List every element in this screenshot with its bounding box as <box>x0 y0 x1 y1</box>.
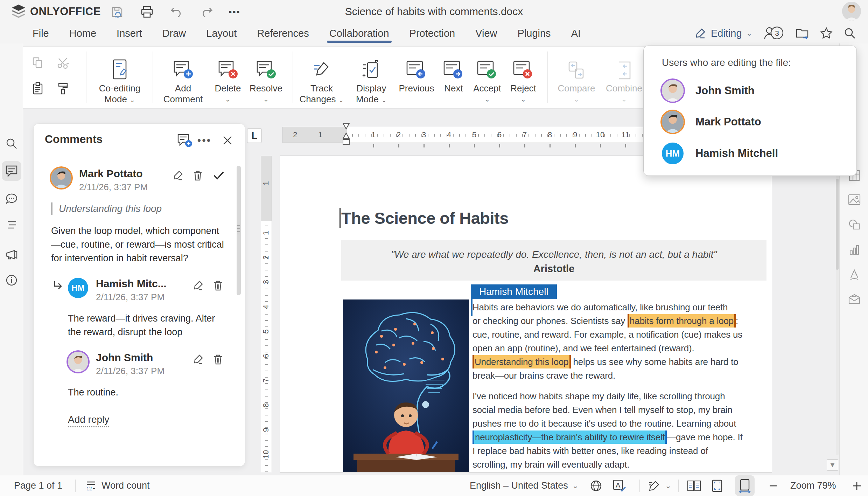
fit-width-button[interactable] <box>735 475 755 496</box>
sidebar-chat-icon[interactable] <box>2 189 21 209</box>
active-users-button[interactable]: 3 <box>763 26 785 41</box>
format-painter-button[interactable] <box>55 80 71 97</box>
tab-insert[interactable]: Insert <box>106 23 152 43</box>
next-change-button[interactable]: Next <box>438 51 469 94</box>
doc-text: —gave me hope. If <box>667 432 742 442</box>
scrollbar-thumb[interactable] <box>836 179 839 270</box>
fit-page-button[interactable] <box>711 475 723 496</box>
print-button[interactable] <box>139 5 155 19</box>
tab-collaboration[interactable]: Collaboration <box>319 23 399 43</box>
current-user-avatar[interactable] <box>842 2 861 21</box>
resolve-comment-check-icon[interactable] <box>213 170 224 181</box>
reject-change-button[interactable]: Reject ⌄ <box>505 51 541 105</box>
add-reply-link[interactable]: Add reply <box>68 414 109 427</box>
tab-stop-selector[interactable]: L <box>247 128 262 143</box>
page-indicator[interactable]: Page 1 of 1 <box>14 475 62 496</box>
coediting-mode-button[interactable]: Co-editing Mode ⌄ <box>90 51 149 105</box>
sidebar-search-icon[interactable] <box>2 134 21 153</box>
display-mode-button[interactable]: Display Mode ⌄ <box>349 51 394 105</box>
vertical-ruler[interactable]: 1 1 2 3 4 5 6 7 8 9 10 <box>261 156 272 472</box>
save-button[interactable] <box>110 5 125 19</box>
sidebar-comments-icon[interactable] <box>2 161 21 181</box>
undo-button[interactable] <box>169 5 184 19</box>
scroll-down-button[interactable]: ▼ <box>827 459 838 471</box>
add-comment-panel-icon[interactable] <box>177 133 192 147</box>
more-actions-button[interactable]: ••• <box>227 5 242 19</box>
brain-illustration-image[interactable] <box>343 299 469 472</box>
user-name: John Smith <box>695 84 755 97</box>
text-art-settings-icon[interactable] <box>848 268 861 281</box>
zoom-out-button[interactable] <box>769 475 778 496</box>
paragraph-2: I've noticed how habits shape my daily l… <box>472 390 772 471</box>
redo-button[interactable] <box>199 5 214 19</box>
spellcheck-button[interactable]: A <box>612 475 626 496</box>
document-scrollbar[interactable] <box>836 147 839 455</box>
language-selector[interactable]: English – United States ⌄ <box>470 475 579 496</box>
favorite-star-button[interactable] <box>820 27 833 40</box>
comment-highlight[interactable]: habits form through a loop <box>628 314 736 328</box>
shape-settings-icon[interactable] <box>848 219 861 231</box>
avatar-hamish-mitchell: HM <box>68 278 88 298</box>
accept-change-icon <box>468 51 506 83</box>
search-button[interactable] <box>844 27 856 40</box>
comments-more-button[interactable]: ••• <box>197 133 212 147</box>
sidebar-about-icon[interactable] <box>2 270 21 290</box>
comments-close-button[interactable] <box>220 133 235 147</box>
avatar-john-smith <box>68 352 88 372</box>
delete-comment-icon <box>209 51 247 83</box>
mail-merge-icon[interactable] <box>848 293 861 305</box>
compare-button[interactable]: Compare ⌄ <box>554 51 599 105</box>
chart-settings-icon[interactable] <box>848 244 861 256</box>
previous-change-button[interactable]: Previous <box>394 51 439 94</box>
comment-highlight[interactable]: Understanding this loop <box>472 355 571 368</box>
sidebar-navigation-icon[interactable] <box>2 215 21 235</box>
tab-protection[interactable]: Protection <box>399 23 465 43</box>
set-language-globe-button[interactable] <box>590 475 602 496</box>
open-file-location-button[interactable] <box>795 27 809 40</box>
resolve-comment-button[interactable]: Resolve ⌄ <box>246 51 286 105</box>
editing-mode-dropdown[interactable]: Editing ⌄ <box>695 27 752 39</box>
tab-plugins[interactable]: Plugins <box>507 23 561 43</box>
coeditor-selection-highlight[interactable]: neuroplasticity—the brain's ability to r… <box>472 430 667 444</box>
sidebar-feedback-icon[interactable] <box>2 245 21 264</box>
paste-button[interactable] <box>29 80 46 97</box>
delete-comment-icon[interactable] <box>213 280 224 291</box>
comment-body: Given the loop model, which component—cu… <box>51 224 224 265</box>
editing-mode-label: Editing <box>711 28 742 39</box>
edit-comment-icon[interactable] <box>192 354 204 365</box>
app-logo: ONLYOFFICE <box>10 4 101 19</box>
doc-line: open an app (routine), and we feel enter… <box>472 342 772 355</box>
tab-references[interactable]: References <box>247 23 319 43</box>
tab-file[interactable]: File <box>22 23 59 43</box>
track-changes-button[interactable]: Track Changes ⌄ <box>299 51 344 105</box>
zoom-in-button[interactable] <box>852 475 862 496</box>
delete-comment-button[interactable]: Delete ⌄ <box>209 51 247 105</box>
word-count-button[interactable]: 12 Word count <box>85 475 150 496</box>
edit-comment-icon[interactable] <box>172 170 183 181</box>
tab-layout[interactable]: Layout <box>196 23 247 43</box>
copy-button[interactable] <box>29 54 46 71</box>
reject-change-icon <box>505 51 541 83</box>
tab-draw[interactable]: Draw <box>152 23 196 43</box>
track-changes-toggle[interactable]: ⌄ <box>648 475 671 496</box>
doc-line: social media before bed. Even when I tel… <box>472 403 772 417</box>
indent-marker[interactable] <box>342 123 350 147</box>
accept-change-button[interactable]: Accept ⌄ <box>468 51 506 105</box>
ruler-number: 3 <box>419 130 429 139</box>
two-pages-view-button[interactable] <box>687 475 701 496</box>
tab-view[interactable]: View <box>465 23 507 43</box>
document-page[interactable]: The Science of Habits "We are what we re… <box>280 156 772 472</box>
tab-home[interactable]: Home <box>59 23 106 43</box>
combine-button[interactable]: Combine ⌄ <box>601 51 647 105</box>
tab-ai[interactable]: AI <box>561 23 591 43</box>
previous-label: Previous <box>394 83 439 94</box>
reply-arrow-icon <box>52 280 64 292</box>
delete-comment-icon[interactable] <box>213 354 224 365</box>
edit-comment-icon[interactable] <box>192 280 204 291</box>
delete-comment-icon[interactable] <box>192 170 204 181</box>
language-label: English – United States <box>470 480 568 491</box>
cut-button[interactable] <box>55 54 71 71</box>
add-comment-button[interactable]: Add Comment <box>160 51 206 105</box>
image-settings-icon[interactable] <box>848 193 861 206</box>
document-text[interactable]: Hamish Mitchell Habits are behaviors we … <box>472 301 772 471</box>
